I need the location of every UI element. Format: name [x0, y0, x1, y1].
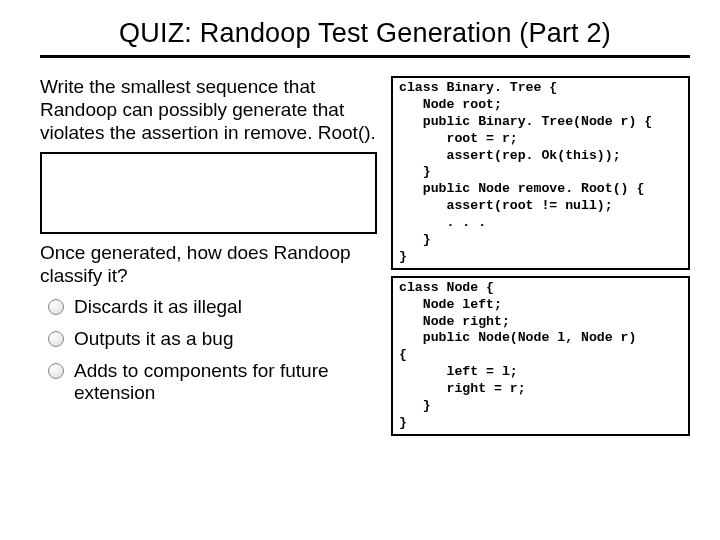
radio-icon[interactable]	[48, 299, 64, 315]
option-bug[interactable]: Outputs it as a bug	[48, 328, 381, 350]
option-label: Adds to components for future extension	[74, 360, 381, 404]
code-binarytree: class Binary. Tree { Node root; public B…	[391, 76, 690, 270]
answer-input-box[interactable]	[40, 152, 377, 234]
radio-icon[interactable]	[48, 363, 64, 379]
option-extend[interactable]: Adds to components for future extension	[48, 360, 381, 404]
code-node: class Node { Node left; Node right; publ…	[391, 276, 690, 436]
option-label: Outputs it as a bug	[74, 328, 234, 350]
right-column: class Binary. Tree { Node root; public B…	[391, 76, 690, 442]
slide: QUIZ: Randoop Test Generation (Part 2) W…	[0, 0, 720, 540]
option-discard[interactable]: Discards it as illegal	[48, 296, 381, 318]
option-label: Discards it as illegal	[74, 296, 242, 318]
question-prompt: Write the smallest sequence that Randoop…	[40, 76, 381, 144]
classification-question: Once generated, how does Randoop classif…	[40, 242, 381, 288]
slide-title: QUIZ: Randoop Test Generation (Part 2)	[40, 18, 690, 49]
content-columns: Write the smallest sequence that Randoop…	[40, 76, 690, 442]
title-divider	[40, 55, 690, 58]
left-column: Write the smallest sequence that Randoop…	[40, 76, 381, 442]
options-group: Discards it as illegal Outputs it as a b…	[40, 296, 381, 403]
radio-icon[interactable]	[48, 331, 64, 347]
